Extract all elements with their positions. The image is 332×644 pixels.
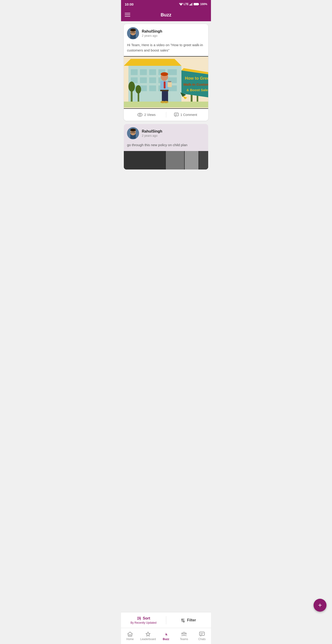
status-bar: 10:00 LTE 100% [121,0,211,8]
page-title: Buzz [161,12,171,18]
main-content: RahulSingh 2 years ago Hi Team, Here is … [121,21,211,205]
post-header-1: RahulSingh 2 years ago [124,24,208,42]
post-author-time-1: 2 years ago [142,34,162,38]
post-image-preview-2 [124,151,208,170]
battery-label: 100% [200,2,207,6]
svg-rect-42 [162,90,165,102]
img-block-4 [199,151,208,170]
lte-label: LTE [184,2,189,6]
post-author-time-2: 2 years ago [142,134,162,138]
status-time: 10:00 [125,2,134,6]
signal-icon [189,3,193,6]
svg-rect-5 [192,3,193,6]
post-author-name-2: RahulSingh [142,129,162,134]
svg-rect-46 [160,90,168,91]
svg-rect-49 [167,82,172,87]
img-block-2 [166,151,184,170]
svg-rect-2 [189,4,190,6]
eye-icon [137,113,143,116]
svg-point-37 [136,85,141,94]
avatar-1 [127,27,139,39]
svg-rect-23 [140,77,147,83]
svg-rect-21 [167,69,177,75]
svg-rect-43 [165,90,168,102]
post-author-info-2: RahulSingh 2 years ago [142,129,162,138]
svg-text:How to Greet: How to Greet [185,76,208,80]
views-count: 2 Views [144,113,156,116]
svg-rect-6 [194,3,198,5]
wifi-icon [179,3,183,6]
svg-point-35 [128,82,135,92]
post-card-1: RahulSingh 2 years ago Hi Team, Here is … [124,24,208,121]
svg-rect-18 [140,69,147,75]
app-header: Buzz [121,8,211,21]
img-block-1 [124,151,165,170]
svg-rect-7 [198,4,199,5]
svg-point-69 [130,128,136,132]
svg-rect-50 [168,81,171,82]
views-button[interactable]: 2 Views [127,113,166,116]
post-header-2: RahulSingh 2 years ago [124,124,208,142]
post-author-info-1: RahulSingh 2 years ago [142,29,162,38]
video-scene-svg: How to Greet Walk-In Customers & Boost S… [124,56,208,107]
svg-marker-32 [124,59,181,66]
battery-icon [194,3,199,6]
svg-point-60 [138,113,142,116]
post-card-2: RahulSingh 2 years ago go through this n… [124,124,208,170]
comments-count: 1 Comment [180,113,197,116]
svg-point-61 [139,114,141,116]
post-text-2: go through this new policy on child plan [124,142,208,151]
svg-text:& Boost Sales: & Boost Sales [186,88,208,92]
video-thumbnail-1[interactable]: How to Greet Walk-In Customers & Boost S… [124,56,208,109]
avatar-image-2 [127,127,139,139]
svg-rect-17 [131,69,138,75]
svg-rect-29 [149,86,156,91]
post-actions-1: 2 Views 1 Comment [124,109,208,121]
svg-rect-3 [190,4,191,6]
svg-point-11 [130,29,136,32]
avatar-2 [127,127,139,139]
svg-rect-19 [149,69,156,75]
svg-text:Walk-In Customers: Walk-In Customers [183,82,208,86]
post-author-name-1: RahulSingh [142,29,162,34]
svg-rect-62 [174,113,178,116]
menu-button[interactable] [125,13,130,17]
svg-rect-24 [149,77,156,83]
img-block-3 [185,151,198,170]
status-icons: LTE 100% [179,2,207,6]
svg-rect-4 [191,3,192,6]
comment-icon [174,113,179,117]
avatar-image-1 [127,27,139,39]
svg-point-48 [161,72,168,76]
post-text-1: Hi Team, Here is a video on "How to gree… [124,42,208,56]
comments-button[interactable]: 1 Comment [166,113,205,117]
svg-point-52 [164,101,168,103]
svg-rect-45 [164,82,166,88]
